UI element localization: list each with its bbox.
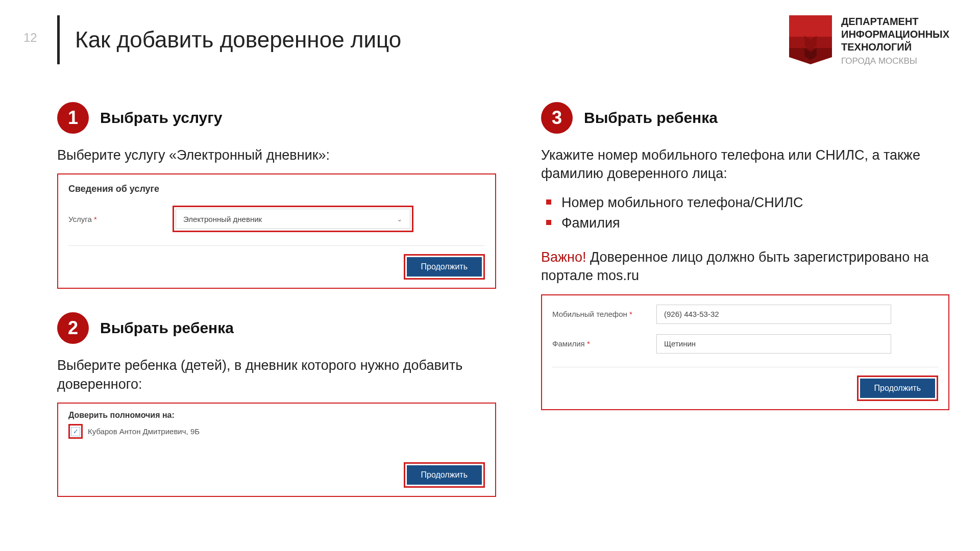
step2-continue-button[interactable]: Продолжить bbox=[407, 465, 482, 485]
surname-input[interactable]: Щетинин bbox=[656, 334, 891, 354]
logo-text-l1: ДЕПАРТАМЕНТ bbox=[841, 15, 949, 28]
child-name: Кубаров Антон Дмитриевич, 9Б bbox=[88, 427, 200, 436]
logo-block: ДЕПАРТАМЕНТ ИНФОРМАЦИОННЫХ ТЕХНОЛОГИЙ ГО… bbox=[789, 15, 949, 66]
step3-screenshot: Мобильный телефон * (926) 443-53-32 Фами… bbox=[541, 294, 949, 410]
step2-screenshot: Доверить полномочия на: ✓ Кубаров Антон … bbox=[57, 403, 496, 497]
child-checkbox[interactable]: ✓ bbox=[71, 427, 80, 436]
step2-title: Выбрать ребенка bbox=[100, 319, 234, 337]
page-title: Как добавить доверенное лицо bbox=[75, 27, 401, 53]
logo-text-l2: ИНФОРМАЦИОННЫХ bbox=[841, 28, 949, 41]
surname-field-label: Фамилия * bbox=[552, 339, 639, 348]
page-number: 12 bbox=[23, 31, 37, 45]
step3-continue-button[interactable]: Продолжить bbox=[860, 379, 935, 398]
step3-bullet-2: Фамилия bbox=[546, 213, 949, 234]
step3-header: 3 Выбрать ребенка bbox=[541, 102, 949, 134]
step2-header: 2 Выбрать ребенка bbox=[57, 312, 496, 344]
phone-input[interactable]: (926) 443-53-32 bbox=[656, 305, 891, 324]
title-bar: Как добавить доверенное лицо bbox=[57, 15, 401, 64]
chevron-down-icon: ⌄ bbox=[397, 215, 403, 223]
step1-desc: Выберите услугу «Электронный дневник»: bbox=[57, 146, 496, 164]
step1-badge: 1 bbox=[57, 102, 89, 134]
step1-box-title: Сведения об услуге bbox=[68, 184, 485, 194]
service-field-label: Услуга * bbox=[68, 215, 155, 223]
step3-badge: 3 bbox=[541, 102, 573, 134]
step1-continue-button[interactable]: Продолжить bbox=[407, 257, 482, 277]
step3-desc: Укажите номер мобильного телефона или СН… bbox=[541, 146, 949, 183]
step1-title: Выбрать услугу bbox=[100, 109, 222, 127]
step2-box-title: Доверить полномочия на: bbox=[68, 411, 485, 420]
logo-text-l3: ТЕХНОЛОГИЙ bbox=[841, 41, 949, 54]
step2-badge: 2 bbox=[57, 312, 89, 344]
step3-title: Выбрать ребенка bbox=[584, 109, 718, 127]
step1-screenshot: Сведения об услуге Услуга * Электронный … bbox=[57, 173, 496, 289]
step3-warn-text: Доверенное лицо должно быть зарегистриро… bbox=[541, 249, 929, 283]
step2-desc: Выберите ребенка (детей), в дневник кото… bbox=[57, 356, 496, 393]
logo-text-sub: ГОРОДА МОСКВЫ bbox=[841, 56, 949, 66]
service-select-value: Электронный дневник bbox=[183, 215, 262, 223]
service-select[interactable]: Электронный дневник ⌄ bbox=[176, 209, 410, 229]
svg-rect-0 bbox=[789, 15, 832, 37]
step3-warn-label: Важно! bbox=[541, 249, 586, 265]
step1-header: 1 Выбрать услугу bbox=[57, 102, 496, 134]
step3-warning: Важно! Доверенное лицо должно быть зарег… bbox=[541, 248, 949, 285]
step3-bullet-1: Номер мобильного телефона/СНИЛС bbox=[546, 192, 949, 213]
phone-field-label: Мобильный телефон * bbox=[552, 310, 639, 318]
dit-logo-icon bbox=[789, 15, 832, 64]
